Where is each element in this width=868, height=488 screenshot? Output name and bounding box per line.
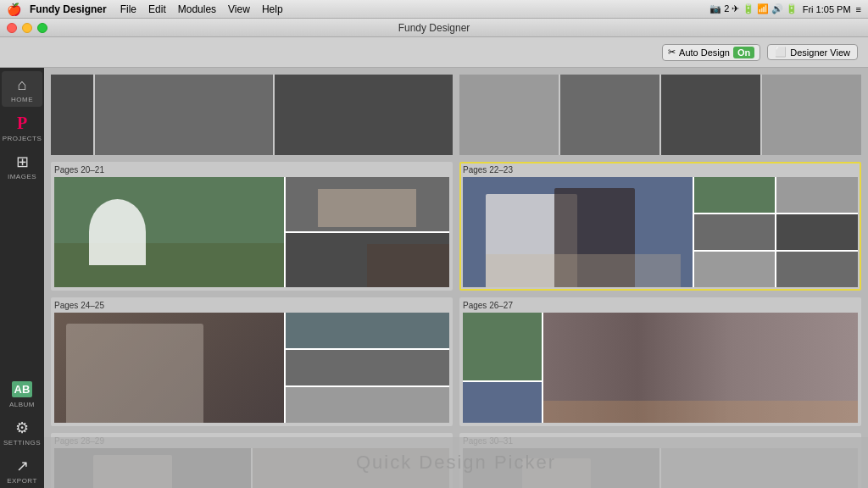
export-icon: ↗ bbox=[16, 457, 29, 475]
page-spread-22-23[interactable]: Pages 22–23 bbox=[459, 162, 861, 291]
page-label-28-29: Pages 28–29 bbox=[54, 436, 449, 446]
menu-items: File Edit Modules View Help bbox=[120, 3, 283, 15]
sidebar-item-export[interactable]: ↗ EXPORT bbox=[2, 452, 42, 488]
page-spread-top-right[interactable] bbox=[459, 75, 861, 155]
sidebar-item-projects[interactable]: P PROJECTS bbox=[2, 108, 42, 146]
app-layout: ⌂ HOME P PROJECTS ⊞ IMAGES AB ALBUM ⚙ SE… bbox=[0, 68, 868, 488]
maximize-button[interactable] bbox=[37, 23, 47, 33]
page-spread-20-21[interactable]: Pages 20–21 bbox=[51, 162, 453, 291]
images-icon: ⊞ bbox=[16, 152, 29, 171]
page-spread-top-left[interactable] bbox=[51, 75, 453, 155]
settings-icon: ⚙ bbox=[15, 419, 29, 437]
sidebar-label-projects: PROJECTS bbox=[3, 135, 42, 142]
close-button[interactable] bbox=[7, 23, 17, 33]
app-name: Fundy Designer bbox=[30, 3, 107, 15]
minimize-button[interactable] bbox=[22, 23, 32, 33]
auto-design-button[interactable]: ✂ Auto Design On bbox=[662, 44, 760, 61]
page-label-30-31: Pages 30–31 bbox=[463, 436, 858, 446]
page-label-20-21: Pages 20–21 bbox=[54, 165, 449, 175]
home-icon: ⌂ bbox=[18, 76, 27, 94]
menubar-right: 📷 2 ✈ 🔋 📶 🔊 🔋 Fri 1:05 PM ≡ bbox=[709, 3, 861, 14]
auto-design-label: Auto Design bbox=[679, 47, 730, 58]
sidebar-label-home: HOME bbox=[11, 96, 33, 103]
sidebar-item-home[interactable]: ⌂ HOME bbox=[2, 71, 42, 107]
page-spread-26-27[interactable]: Pages 26–27 bbox=[459, 297, 861, 426]
titlebar: Fundy Designer bbox=[0, 19, 868, 37]
apple-menu[interactable]: 🍎 bbox=[7, 3, 21, 16]
toolbar: ✂ Auto Design On ⬜ Designer View bbox=[0, 37, 868, 68]
menu-help[interactable]: Help bbox=[262, 3, 283, 15]
page-spread-28-29[interactable]: Pages 28–29 bbox=[51, 433, 453, 488]
sidebar-item-images[interactable]: ⊞ IMAGES bbox=[2, 147, 42, 184]
album-icon: AB bbox=[12, 381, 33, 397]
designer-view-icon: ⬜ bbox=[775, 47, 787, 58]
sidebar-label-album: ALBUM bbox=[9, 401, 35, 408]
menubar: 🍎 Fundy Designer File Edit Modules View … bbox=[0, 0, 868, 19]
menu-edit[interactable]: Edit bbox=[148, 3, 166, 15]
page-label-26-27: Pages 26–27 bbox=[463, 301, 858, 310]
pages-grid: Pages 20–21 bbox=[51, 162, 861, 488]
page-spread-24-25[interactable]: Pages 24–25 bbox=[51, 297, 453, 426]
menu-file[interactable]: File bbox=[120, 3, 136, 15]
main-content[interactable]: Pages 20–21 bbox=[44, 68, 868, 488]
sidebar: ⌂ HOME P PROJECTS ⊞ IMAGES AB ALBUM ⚙ SE… bbox=[0, 68, 44, 488]
sidebar-label-export: EXPORT bbox=[7, 477, 37, 485]
clock: Fri 1:05 PM bbox=[803, 4, 851, 14]
window-controls bbox=[7, 23, 47, 33]
sidebar-label-images: IMAGES bbox=[8, 173, 36, 180]
projects-icon: P bbox=[17, 114, 27, 133]
sidebar-item-settings[interactable]: ⚙ SETTINGS bbox=[2, 413, 42, 450]
sidebar-label-settings: SETTINGS bbox=[3, 439, 41, 446]
designer-view-button[interactable]: ⬜ Designer View bbox=[767, 44, 858, 60]
status-icons: 📷 2 ✈ 🔋 📶 🔊 🔋 bbox=[709, 3, 797, 14]
page-spread-30-31[interactable]: Pages 30–31 bbox=[459, 433, 861, 488]
sidebar-item-album[interactable]: AB ALBUM bbox=[2, 376, 42, 412]
auto-design-icon: ✂ bbox=[668, 47, 676, 58]
menu-icon[interactable]: ≡ bbox=[856, 4, 861, 14]
page-label-24-25: Pages 24–25 bbox=[54, 301, 449, 310]
page-label-22-23: Pages 22–23 bbox=[463, 165, 858, 175]
designer-view-label: Designer View bbox=[790, 47, 850, 58]
window-title: Fundy Designer bbox=[398, 22, 470, 34]
auto-design-status: On bbox=[733, 47, 754, 58]
menu-view[interactable]: View bbox=[228, 3, 250, 15]
menu-modules[interactable]: Modules bbox=[178, 3, 216, 15]
